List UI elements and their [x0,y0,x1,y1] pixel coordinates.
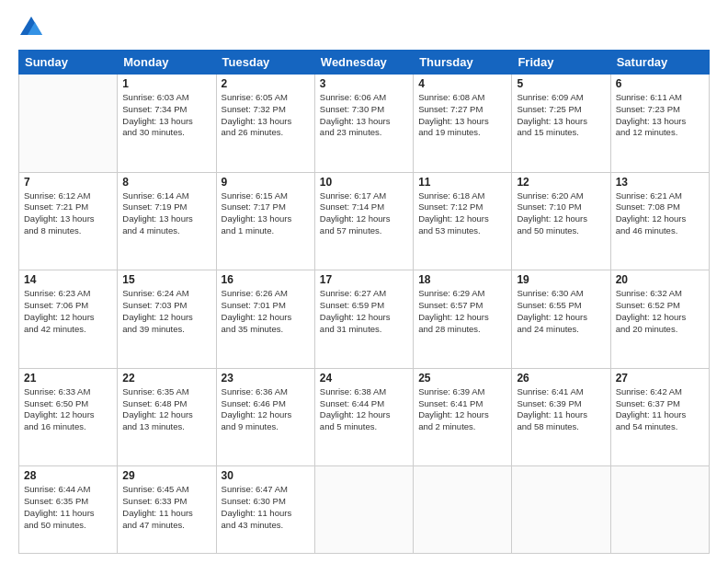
cell-text: and 12 minutes. [616,127,704,139]
week-row-3: 21Sunrise: 6:33 AMSunset: 6:50 PMDayligh… [19,368,710,466]
weekday-sunday: Sunday [19,51,118,75]
day-number: 24 [320,372,408,385]
cell-text: Daylight: 12 hours [517,213,605,225]
cell-text: Sunset: 7:23 PM [616,104,704,116]
calendar-cell: 28Sunrise: 6:44 AMSunset: 6:35 PMDayligh… [19,466,118,554]
cell-text: Sunset: 7:17 PM [222,201,310,213]
calendar-cell: 3Sunrise: 6:06 AMSunset: 7:30 PMDaylight… [314,75,413,173]
day-number: 25 [418,372,506,385]
calendar-cell [512,466,610,554]
cell-text: Daylight: 13 hours [122,213,210,225]
cell-text: Daylight: 12 hours [320,312,408,324]
calendar-cell [414,466,512,554]
cell-text: and 1 minute. [222,225,310,237]
cell-text: Daylight: 12 hours [122,409,210,421]
week-row-0: 1Sunrise: 6:03 AMSunset: 7:34 PMDaylight… [19,75,710,173]
cell-text: and 42 minutes. [24,324,112,336]
cell-text: Sunset: 7:10 PM [517,201,605,213]
cell-text: Sunset: 6:37 PM [616,398,704,410]
day-number: 15 [122,273,210,286]
cell-text: and 47 minutes. [122,520,210,532]
calendar-cell: 24Sunrise: 6:38 AMSunset: 6:44 PMDayligh… [314,368,413,466]
cell-text: Daylight: 12 hours [616,312,704,324]
weekday-tuesday: Tuesday [216,51,314,75]
cell-text: and 5 minutes. [320,421,408,433]
cell-text: Sunset: 6:41 PM [418,398,506,410]
day-number: 3 [320,77,408,90]
day-number: 19 [517,273,605,286]
cell-text: and 35 minutes. [222,324,310,336]
calendar-cell: 20Sunrise: 6:32 AMSunset: 6:52 PMDayligh… [610,270,709,369]
cell-text: Sunrise: 6:11 AM [616,92,704,104]
cell-text: Sunrise: 6:36 AM [222,386,310,398]
calendar-cell: 7Sunrise: 6:12 AMSunset: 7:21 PMDaylight… [19,172,118,270]
cell-text: Sunrise: 6:18 AM [418,190,506,202]
calendar-cell: 15Sunrise: 6:24 AMSunset: 7:03 PMDayligh… [118,270,216,369]
cell-text: Daylight: 13 hours [517,116,605,128]
cell-text: Daylight: 12 hours [418,409,506,421]
cell-text: Sunrise: 6:38 AM [320,386,408,398]
weekday-wednesday: Wednesday [314,51,413,75]
cell-text: Sunset: 6:44 PM [320,398,408,410]
cell-text: Daylight: 12 hours [122,312,210,324]
cell-text: Daylight: 12 hours [222,312,310,324]
day-number: 18 [418,273,506,286]
cell-text: Sunset: 6:59 PM [320,300,408,312]
cell-text: Daylight: 11 hours [517,409,605,421]
cell-text: and 24 minutes. [517,324,605,336]
cell-text: and 4 minutes. [122,225,210,237]
cell-text: Sunrise: 6:08 AM [418,92,506,104]
cell-text: Sunrise: 6:47 AM [222,484,310,496]
cell-text: Daylight: 13 hours [122,116,210,128]
calendar-cell: 9Sunrise: 6:15 AMSunset: 7:17 PMDaylight… [216,172,314,270]
cell-text: and 16 minutes. [24,421,112,433]
calendar-cell: 1Sunrise: 6:03 AMSunset: 7:34 PMDaylight… [118,75,216,173]
day-number: 20 [616,273,704,286]
cell-text: Sunset: 6:35 PM [24,496,112,508]
cell-text: Sunrise: 6:26 AM [222,288,310,300]
cell-text: Sunrise: 6:03 AM [122,92,210,104]
day-number: 11 [418,176,506,189]
cell-text: Sunrise: 6:29 AM [418,288,506,300]
cell-text: and 31 minutes. [320,324,408,336]
calendar-cell [19,75,118,173]
cell-text: and 53 minutes. [418,225,506,237]
calendar-cell: 19Sunrise: 6:30 AMSunset: 6:55 PMDayligh… [512,270,610,369]
week-row-1: 7Sunrise: 6:12 AMSunset: 7:21 PMDaylight… [19,172,710,270]
calendar-cell: 18Sunrise: 6:29 AMSunset: 6:57 PMDayligh… [414,270,512,369]
calendar-cell: 21Sunrise: 6:33 AMSunset: 6:50 PMDayligh… [19,368,118,466]
cell-text: and 13 minutes. [122,421,210,433]
cell-text: and 9 minutes. [222,421,310,433]
cell-text: Sunrise: 6:20 AM [517,190,605,202]
cell-text: Daylight: 12 hours [24,409,112,421]
logo-icon [18,15,44,40]
cell-text: and 58 minutes. [517,421,605,433]
weekday-friday: Friday [512,51,610,75]
day-number: 5 [517,77,605,90]
cell-text: and 26 minutes. [222,127,310,139]
calendar-cell: 26Sunrise: 6:41 AMSunset: 6:39 PMDayligh… [512,368,610,466]
cell-text: Sunset: 6:30 PM [222,496,310,508]
cell-text: Sunset: 7:19 PM [122,201,210,213]
cell-text: Daylight: 13 hours [222,213,310,225]
cell-text: Daylight: 12 hours [616,213,704,225]
cell-text: and 50 minutes. [24,520,112,532]
cell-text: Sunset: 6:50 PM [24,398,112,410]
day-number: 2 [222,77,310,90]
day-number: 23 [222,372,310,385]
cell-text: Sunset: 7:06 PM [24,300,112,312]
calendar-cell: 30Sunrise: 6:47 AMSunset: 6:30 PMDayligh… [216,466,314,554]
cell-text: Daylight: 13 hours [222,116,310,128]
day-number: 27 [616,372,704,385]
logo [18,15,48,40]
cell-text: Sunset: 6:55 PM [517,300,605,312]
cell-text: and 46 minutes. [616,225,704,237]
cell-text: and 30 minutes. [122,127,210,139]
calendar-cell: 17Sunrise: 6:27 AMSunset: 6:59 PMDayligh… [314,270,413,369]
day-number: 16 [222,273,310,286]
calendar-cell: 4Sunrise: 6:08 AMSunset: 7:27 PMDaylight… [414,75,512,173]
cell-text: Sunrise: 6:17 AM [320,190,408,202]
day-number: 13 [616,176,704,189]
cell-text: Sunset: 6:39 PM [517,398,605,410]
cell-text: Daylight: 11 hours [24,508,112,520]
